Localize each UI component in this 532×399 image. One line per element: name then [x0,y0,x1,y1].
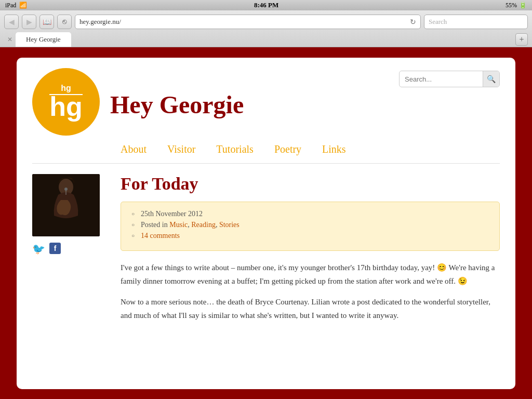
social-icons: 🐦 f [32,243,108,255]
comments-link[interactable]: 14 comments [141,232,180,240]
posted-in-label: Posted in [141,221,168,229]
nav-tutorials[interactable]: Tutorials [216,143,254,155]
browser-search-bar[interactable]: Search [424,15,528,29]
nav-poetry[interactable]: Poetry [274,143,301,155]
bookmarks-button[interactable]: 📖 [39,15,54,29]
category-stories[interactable]: Stories [219,221,240,229]
category-reading[interactable]: Reading [191,221,216,229]
site-search-input[interactable] [400,75,483,83]
post-paragraph-2: Now to a more serious note… the death of… [121,296,500,322]
browser-toolbar: ◀ ▶ 📖 ⎋ hey.georgie.nu/ ↻ Search [4,15,528,29]
active-tab[interactable]: Hey Georgie [16,32,71,47]
site-search-button[interactable]: 🔍 [483,71,499,87]
sidebar: 🐦 f [32,174,108,330]
nav-visitor[interactable]: Visitor [167,143,195,155]
browser-content-area: hg hg Hey Georgie 🔍 About Visitor Tutori… [0,47,532,399]
category-music[interactable]: Music [169,221,188,229]
share-button[interactable]: ⎋ [57,15,72,29]
main-content: 🐦 f For Today 25th November 2012 Posted … [17,164,515,340]
post-comments: 14 comments [131,232,489,240]
battery-icon: 🔋 [519,2,527,9]
tab-title: Hey Georgie [26,35,61,44]
status-time: 8:46 PM [254,1,278,9]
status-left: iPad 📶 [5,2,27,9]
nav-links[interactable]: Links [322,143,346,155]
site-search-box[interactable]: 🔍 [399,71,500,87]
reload-button[interactable]: ↻ [410,18,416,26]
post-date: 25th November 2012 [131,210,489,218]
twitter-icon[interactable]: 🐦 [32,243,45,255]
browser-tab-bar: ✕ Hey Georgie + [4,32,528,47]
forward-button[interactable]: ▶ [22,15,36,29]
post-content: I've got a few things to write about – n… [121,261,500,322]
post-categories: Posted in Music, Reading, Stories [131,221,489,229]
back-button[interactable]: ◀ [4,15,19,29]
site-navigation: About Visitor Tutorials Poetry Links [17,136,515,163]
status-bar: iPad 📶 8:46 PM 55% 🔋 [0,0,532,10]
facebook-icon[interactable]: f [49,243,61,254]
post-meta: 25th November 2012 Posted in Music, Read… [121,202,500,251]
battery-label: 55% [506,2,517,9]
svg-point-3 [64,188,68,191]
author-photo [32,174,100,236]
post-paragraph-1: I've got a few things to write about – n… [121,261,500,288]
status-right: 55% 🔋 [506,2,527,9]
site-logo: hg hg [32,68,100,136]
header-left: hg hg Hey Georgie [32,68,244,136]
new-tab-button[interactable]: + [515,33,528,46]
wifi-icon: 📶 [19,2,27,9]
author-silhouette [32,174,100,236]
address-bar[interactable]: hey.georgie.nu/ ↻ [75,15,421,29]
logo-bottom-text: hg [49,93,83,120]
device-label: iPad [5,2,16,9]
url-display: hey.georgie.nu/ [79,18,410,26]
close-tab-button[interactable]: ✕ [4,36,16,44]
browser-chrome: ◀ ▶ 📖 ⎋ hey.georgie.nu/ ↻ Search ✕ Hey G… [0,10,532,47]
author-photo-inner [32,174,100,236]
post-title: For Today [121,174,500,194]
post-area: For Today 25th November 2012 Posted in M… [121,174,500,330]
website-card: hg hg Hey Georgie 🔍 About Visitor Tutori… [17,58,515,389]
site-title: Hey Georgie [110,90,244,119]
nav-about[interactable]: About [121,143,147,155]
browser-search-placeholder: Search [429,18,447,26]
site-header: hg hg Hey Georgie 🔍 [17,58,515,136]
